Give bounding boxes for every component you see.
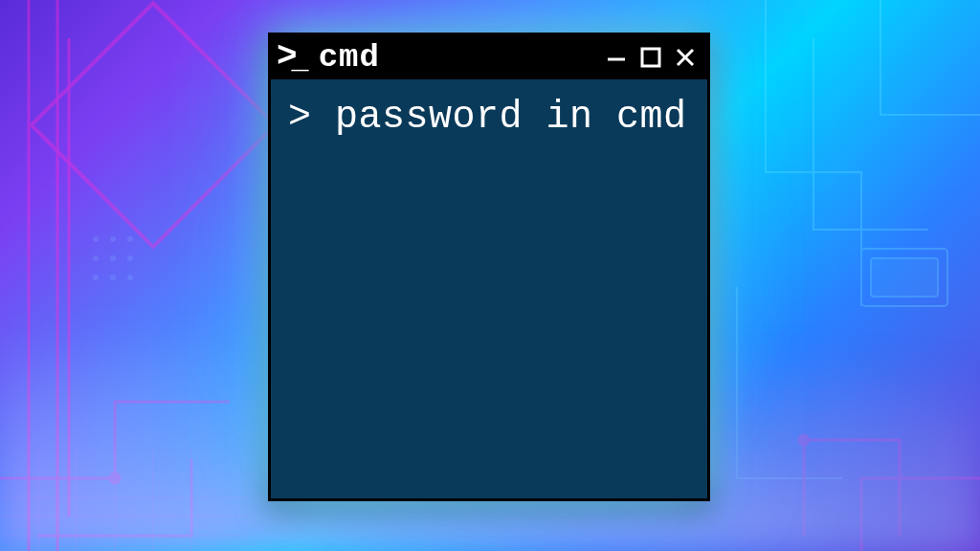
svg-point-15	[127, 255, 133, 261]
window-controls	[604, 45, 698, 70]
terminal-body[interactable]: > password in cmd	[271, 79, 707, 498]
svg-point-16	[127, 275, 133, 280]
svg-point-8	[93, 236, 99, 242]
svg-point-9	[93, 255, 99, 261]
window-title: cmd	[319, 39, 604, 76]
terminal-prompt-icon: >_	[277, 40, 305, 75]
window-titlebar[interactable]: >_ cmd	[271, 35, 707, 79]
terminal-command-line: > password in cmd	[288, 95, 690, 142]
maximize-button[interactable]	[638, 45, 663, 70]
svg-point-10	[93, 275, 99, 280]
minimize-button[interactable]	[604, 45, 629, 70]
terminal-window: >_ cmd > password in cmd	[268, 33, 710, 501]
svg-point-11	[110, 236, 116, 242]
svg-point-14	[127, 236, 133, 242]
close-button[interactable]	[673, 45, 698, 70]
svg-point-13	[110, 275, 116, 280]
svg-point-12	[110, 255, 116, 261]
svg-rect-26	[642, 49, 659, 66]
